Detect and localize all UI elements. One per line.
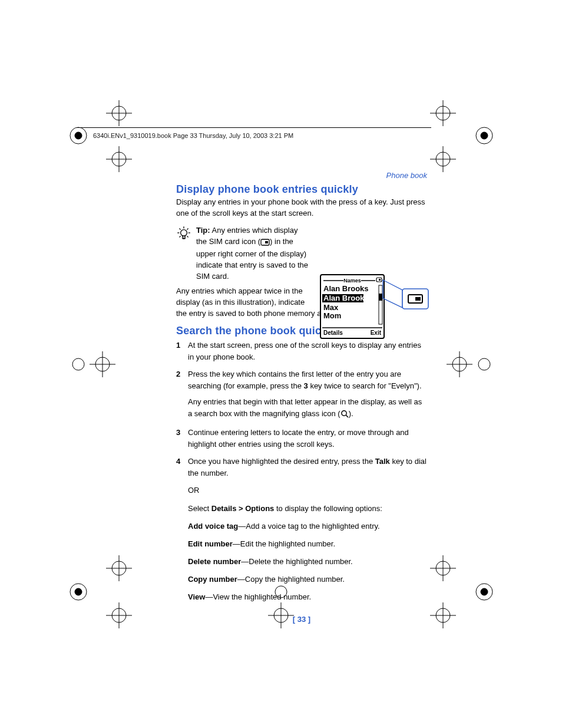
svg-rect-60 [379,279,381,281]
svg-point-5 [75,588,82,595]
phone-header: Names [343,278,361,284]
chapter-label: Phone book [176,171,427,180]
phone-entry3: Max [323,303,339,312]
svg-line-50 [187,236,188,237]
page-number: [ 33 ] [176,615,427,624]
option-add-voice-tag: Add voice tag—Add a voice tag to the hig… [188,521,427,532]
svg-line-51 [187,228,188,229]
svg-point-9 [478,358,490,370]
svg-point-38 [436,561,450,575]
magnifying-glass-icon [340,410,349,421]
phone-entry1: Alan Brooks [323,284,369,293]
step-4: Once you have highlighted the desired en… [176,456,427,479]
svg-point-8 [72,358,84,370]
running-head-rule [77,127,431,128]
svg-point-20 [436,152,450,166]
option-delete-number: Delete number—Delete the highlighted num… [188,556,427,568]
svg-point-68 [341,411,346,416]
select-line: Select Details > Options to display the … [188,503,427,515]
svg-point-23 [95,357,110,371]
svg-line-69 [346,415,348,417]
tip-label: Tip: [196,226,210,235]
numbered-steps: At the start screen, press one of the sc… [176,340,427,479]
sim-card-icon [260,238,270,249]
svg-point-3 [481,132,488,139]
svg-point-17 [436,106,450,120]
svg-rect-67 [415,297,421,301]
svg-point-2 [476,127,492,144]
tip-block: Tip: Any entries which display the SIM c… [176,225,309,282]
svg-point-4 [70,584,87,600]
phone-left-softkey: Details [323,330,343,336]
option-copy-number: Copy number—Copy the highlighted number. [188,574,427,585]
running-head: 6340i.ENv1_9310019.book Page 33 Thursday… [93,132,293,139]
lightbulb-icon [176,225,191,243]
svg-point-11 [112,106,126,120]
option-edit-number: Edit number—Edit the highlighted number. [188,538,427,550]
svg-point-32 [112,608,126,622]
step-3: Continue entering letters to locate the … [176,427,427,450]
svg-rect-53 [183,236,185,238]
step-2: Press the key which contains the first l… [176,368,427,421]
svg-point-0 [70,127,87,144]
section1-title: Display phone book entries quickly [176,183,427,196]
svg-point-6 [476,584,492,600]
svg-point-14 [112,152,126,166]
svg-point-1 [75,132,82,139]
svg-rect-63 [379,294,382,301]
option-view: View—View the highlighted number. [188,591,427,603]
svg-line-49 [179,228,180,229]
step-1: At the start screen, press one of the sc… [176,340,427,363]
svg-point-29 [112,561,126,575]
page-content: Phone book Display phone book entries qu… [176,183,427,624]
svg-point-7 [481,588,488,595]
svg-point-44 [181,229,187,236]
phone-entry4: Mom [323,311,341,320]
phone-screen-figure: Names Alan Brooks Alan Brooks Max Mom De… [320,272,429,341]
phone-entry2: Alan Brooks [323,294,369,302]
svg-point-41 [436,608,450,622]
svg-line-52 [179,236,180,237]
svg-rect-55 [265,241,268,243]
svg-point-26 [452,357,467,371]
or-label: OR [188,485,427,496]
phone-right-softkey: Exit [371,330,382,336]
section1-intro: Display any entries in your phone book w… [176,197,427,219]
